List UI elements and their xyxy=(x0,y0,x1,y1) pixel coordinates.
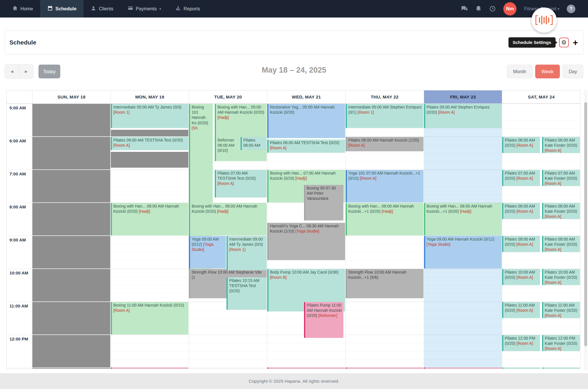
recent-activity-clock-icon[interactable] xyxy=(489,5,496,12)
calendar-event[interactable]: Boxing with Han... 08:00 AM Hannah Kozic… xyxy=(346,203,423,235)
busy-block xyxy=(32,269,110,301)
footer-copyright: Copyright © 2025 Hapana. All rights rese… xyxy=(249,379,339,384)
calendar-event[interactable]: Pilates 05:00 AM Stephen Enriquez (0/20)… xyxy=(424,104,502,128)
next-week-button[interactable]: ▶ xyxy=(19,65,33,78)
calendar-event[interactable]: Pilates Pump 11:00 AM Hannah Kozicki (0/… xyxy=(304,302,343,338)
user-avatar[interactable]: Nm xyxy=(503,2,517,16)
busy-block xyxy=(111,152,189,168)
schedule-settings-tooltip: Schedule Settings xyxy=(508,37,556,48)
nav-item-schedule[interactable]: Schedule xyxy=(40,0,84,18)
calendar-event[interactable]: Pilates 12:00 PM Kate Foster (0/20) [Roo… xyxy=(542,335,580,351)
help-button[interactable]: ? xyxy=(567,5,575,13)
event-strip xyxy=(267,367,345,369)
date-range-title: May 18 – 24, 2025 xyxy=(5,66,583,75)
page-footer: Copyright © 2025 Hapana. All rights rese… xyxy=(0,373,588,389)
view-month-button[interactable]: Month xyxy=(507,65,533,78)
scrollbar-thumb[interactable] xyxy=(584,102,587,346)
primary-nav: HomeScheduleClientsPayments▾Reports xyxy=(0,0,207,18)
calendar-day-header-row: SUN, MAY 18MON, MAY 19TUE, MAY 20WED, MA… xyxy=(6,90,581,103)
nav-item-clients[interactable]: Clients xyxy=(84,0,120,18)
busy-block xyxy=(32,203,110,235)
calendar-event[interactable]: Yoga 101 07:00 AM Hannah Kozicki...+1 (0… xyxy=(346,170,423,202)
calendar-event[interactable]: Pilates 07:00 AM (0/20) [Room A] xyxy=(502,170,540,186)
calendar-event[interactable]: Reformer 06:00 AM (0/10) xyxy=(215,137,239,161)
calendar-event[interactable]: Boxing 11:00 AM Hannah Kozicki (0/10) [R… xyxy=(111,302,189,334)
chevron-down-icon: ▾ xyxy=(159,7,161,11)
event-strip xyxy=(424,367,502,369)
event-strip xyxy=(542,367,580,369)
chevron-down-icon: ▾ xyxy=(558,7,559,11)
calendar-event[interactable]: Boxing with Han... 08:00 AM Hannah Kozic… xyxy=(111,203,189,235)
calendar-event[interactable]: Pilates 06:00 AM (0/20) [Room A] xyxy=(502,137,540,153)
calendar-event[interactable]: Pilates 09:00 AM (0/20) [Room A] xyxy=(502,236,540,252)
notifications-bell-icon[interactable] xyxy=(475,5,482,12)
event-strip xyxy=(502,367,540,369)
calendar-event[interactable]: Pilates 06:00 AM Kate Foster (0/20) [Roo… xyxy=(542,137,580,153)
busy-block xyxy=(32,335,110,367)
time-label: 12:00 PM xyxy=(9,336,28,341)
calendar-event[interactable]: Pilates 08:00 AM Kate Foster (0/20) [Roo… xyxy=(542,203,580,219)
calendar-event[interactable]: Pilates 11:00 AM Kate Foster (0/20) [Roo… xyxy=(542,302,580,318)
calendar-event[interactable]: Yoga 09:00 AM (0/12) [Yoga Studio] xyxy=(189,236,226,268)
prev-week-button[interactable]: ◀ xyxy=(5,65,19,78)
view-week-button[interactable]: Week xyxy=(535,65,560,78)
day-header: TUE, MAY 20 xyxy=(189,90,267,103)
calendar-event[interactable]: Pilates 10:00 AM Kate Foster (0/20) [Roo… xyxy=(542,269,580,285)
add-schedule-button[interactable]: + xyxy=(572,38,579,47)
nav-item-home[interactable]: Home xyxy=(5,0,40,18)
calendar-icon xyxy=(47,5,53,12)
nav-item-payments[interactable]: Payments▾ xyxy=(121,0,168,18)
chevron-left-icon: ◀ xyxy=(11,69,13,73)
time-label: 7:00 AM xyxy=(9,171,26,176)
busy-block xyxy=(32,368,110,369)
day-header: SUN, MAY 18 xyxy=(32,90,111,103)
barcode-icon xyxy=(535,15,553,25)
calendar-event[interactable]: Pilates 06:00 AM Hannah Kozicki (1/20) [… xyxy=(346,137,423,151)
day-header: SAT, MAY 24 xyxy=(502,90,580,103)
calendar-scrollbar[interactable] xyxy=(584,90,587,370)
day-header: THU, MAY 22 xyxy=(345,90,424,103)
calendar-event[interactable]: Pilates 10:15 AM TESTSHA Test (0/20) xyxy=(227,277,267,310)
messages-icon[interactable] xyxy=(461,5,468,12)
time-label: 9:00 AM xyxy=(9,237,26,242)
home-icon xyxy=(12,5,18,12)
calendar-event[interactable]: Boxing with Han... 08:00 AM Hannah Kozic… xyxy=(424,203,502,235)
support-widget-button[interactable] xyxy=(531,7,557,33)
busy-block xyxy=(32,170,110,202)
calendar-event[interactable]: Intermediate 05:00 AM Stephen Enriquez (… xyxy=(346,104,423,128)
calendar-event[interactable]: Intermediate 09:00 AM Ty James (0/3) [Ro… xyxy=(227,236,267,270)
busy-block xyxy=(32,236,110,268)
day-header: WED, MAY 21 xyxy=(267,90,345,103)
calendar-event[interactable]: Hannah\'s Yoga C... 08:30 AM Hannah Kozi… xyxy=(267,223,345,260)
nav-item-reports[interactable]: Reports xyxy=(168,0,207,18)
payments-icon xyxy=(128,5,133,12)
chevron-right-icon: ▶ xyxy=(25,69,27,73)
calendar-event[interactable]: Pilates 06:00 AM TESTSHA Test (0/20) [Ro… xyxy=(111,137,189,150)
top-navbar: HomeScheduleClientsPayments▾Reports Nm F… xyxy=(0,0,588,18)
page-header-card: Schedule Schedule Settings ⚙ + xyxy=(5,30,583,55)
calendar-event[interactable]: Pilates 09:00 AM Kate Foster (0/20) [Roo… xyxy=(542,236,580,252)
event-strip xyxy=(346,367,423,369)
calendar-event[interactable]: Restorative Yog... 05:00 AM Hannah Kozic… xyxy=(267,104,345,138)
calendar-event[interactable]: Intermediate 05:00 AM Ty James (0/3) [Ro… xyxy=(111,104,189,128)
today-button[interactable]: Today xyxy=(38,65,60,78)
calendar-toolbar: ◀ ▶ Today May 18 – 24, 2025 Month Week D… xyxy=(5,64,583,79)
gear-icon: ⚙ xyxy=(561,39,566,46)
calendar-event[interactable]: Pilates 08:00 AM (0/20) [Room A] xyxy=(502,203,540,219)
schedule-settings-gear-button[interactable]: ⚙ xyxy=(559,38,569,47)
calendar-event[interactable]: Pilates 12:00 PM (0/20) [Room A] xyxy=(502,335,540,351)
calendar-event[interactable]: Pilates 10:00 AM (0/20) [Room A] xyxy=(502,269,540,285)
calendar-event[interactable]: Boxing 50 07:30 AM Peter Varasuntara xyxy=(304,185,343,221)
busy-block xyxy=(32,302,110,334)
view-day-button[interactable]: Day xyxy=(562,65,583,78)
time-label: 11:00 AM xyxy=(9,303,28,308)
day-header: FRI, MAY 23 xyxy=(424,90,502,103)
calendar-event[interactable]: Pilates 06:00 AM TESTSHA Test (0/20) [Ro… xyxy=(267,140,345,153)
calendar-event[interactable]: Strength Flow 10:00 AM Hannah Kozicki...… xyxy=(346,269,423,298)
calendar-event[interactable]: Pilates 06:00 AM xyxy=(241,137,267,150)
calendar-event[interactable]: Pilates 11:00 AM (0/20) [Room A] xyxy=(502,302,540,318)
calendar-event[interactable]: Pilates 07:00 AM Kate Foster (0/20) [Roo… xyxy=(542,170,580,186)
calendar-event[interactable]: Pilates 07:00 AM TESTSHA Test (0/20) [Ro… xyxy=(215,170,267,198)
calendar-event[interactable]: Boxing with Han... 08:00 AM Hannah Kozic… xyxy=(189,203,267,235)
calendar-event[interactable]: Yoga 09:00 AM Hannah Kozicki (0/12) [Yog… xyxy=(424,236,502,268)
